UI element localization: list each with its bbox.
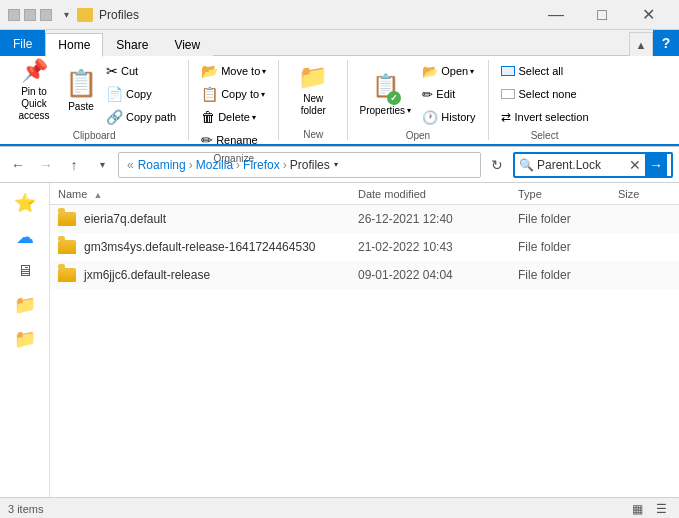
file-icon-2 bbox=[58, 267, 78, 283]
file-name-0: eieria7q.default bbox=[84, 212, 358, 226]
history-button[interactable]: 🕐 History bbox=[418, 106, 479, 128]
paste-button[interactable]: 📋 Paste bbox=[62, 60, 100, 120]
select-all-button[interactable]: Select all bbox=[497, 60, 593, 82]
folder-img-0 bbox=[58, 212, 76, 226]
select-none-button[interactable]: Select none bbox=[497, 83, 593, 105]
file-date-0: 26-12-2021 12:40 bbox=[358, 212, 518, 226]
status-bar-right: ▦ ☰ bbox=[627, 500, 671, 518]
new-group: 📁 Newfolder New bbox=[279, 60, 348, 140]
refresh-button[interactable]: ↻ bbox=[485, 153, 509, 177]
copy-to-button[interactable]: 📋 Copy to ▾ bbox=[197, 83, 270, 105]
new-group-items: 📁 Newfolder bbox=[287, 60, 339, 127]
new-folder-label: Newfolder bbox=[301, 93, 326, 117]
properties-label: Properties ▾ bbox=[360, 105, 412, 116]
up-button[interactable]: ↑ bbox=[62, 153, 86, 177]
file-type-0: File folder bbox=[518, 212, 618, 226]
tab-home[interactable]: Home bbox=[45, 33, 103, 57]
select-buttons: Select all Select none ⇄ Invert selectio… bbox=[497, 60, 593, 128]
sep1: › bbox=[189, 158, 193, 172]
tab-file[interactable]: File bbox=[0, 30, 45, 56]
select-label: Select bbox=[531, 128, 559, 141]
open-label: Open bbox=[441, 65, 468, 77]
organize-buttons: 📂 Move to ▾ 📋 Copy to ▾ 🗑 Delete ▾ bbox=[197, 60, 270, 151]
col-name[interactable]: Name ▲ bbox=[58, 188, 358, 200]
move-to-button[interactable]: 📂 Move to ▾ bbox=[197, 60, 270, 82]
cut-button[interactable]: ✂ Cut bbox=[102, 60, 180, 82]
ribbon-tab-bar: File Home Share View ▲ ? bbox=[0, 30, 679, 56]
breadcrumb-profiles[interactable]: Profiles bbox=[290, 158, 330, 172]
rename-label: Rename bbox=[216, 134, 258, 146]
search-bar: 🔍 ✕ → bbox=[513, 152, 673, 178]
properties-check: ✓ bbox=[387, 91, 401, 105]
table-row[interactable]: gm3ms4ys.default-release-1641724464530 2… bbox=[50, 233, 679, 261]
sidebar-item-quick-access[interactable]: ⭐ bbox=[9, 187, 41, 219]
nav-bar: ← → ↑ ▾ « Roaming › Mozilla › Firefox › … bbox=[0, 147, 679, 183]
delete-label: Delete bbox=[218, 111, 250, 123]
tab-share[interactable]: Share bbox=[103, 32, 161, 56]
title-text: Profiles bbox=[99, 8, 533, 22]
help-button[interactable]: ? bbox=[653, 30, 679, 56]
col-size[interactable]: Size bbox=[618, 188, 671, 200]
edit-button[interactable]: ✏ Edit bbox=[418, 83, 479, 105]
file-area: ⭐ ☁ 🖥 📁 📁 Name ▲ Date modified Type bbox=[0, 183, 679, 497]
close-button[interactable]: ✕ bbox=[625, 0, 671, 30]
new-folder-icon: 📁 bbox=[298, 63, 328, 91]
table-row[interactable]: eieria7q.default 26-12-2021 12:40 File f… bbox=[50, 205, 679, 233]
breadcrumb-arrow[interactable]: ▾ bbox=[334, 160, 338, 169]
breadcrumb-roaming[interactable]: Roaming bbox=[138, 158, 186, 172]
breadcrumb[interactable]: « Roaming › Mozilla › Firefox › Profiles… bbox=[118, 152, 481, 178]
open-button[interactable]: 📂 Open ▾ bbox=[418, 60, 479, 82]
organize-label: Organize bbox=[213, 151, 254, 164]
sidebar-item-onedrive[interactable]: ☁ bbox=[9, 221, 41, 253]
view-list-button[interactable]: ☰ bbox=[651, 500, 671, 518]
table-row[interactable]: jxm6jjc6.default-release 09-01-2022 04:0… bbox=[50, 261, 679, 289]
copy-path-button[interactable]: 🔗 Copy path bbox=[102, 106, 180, 128]
sort-arrow: ▲ bbox=[93, 190, 102, 200]
new-folder-button[interactable]: 📁 Newfolder bbox=[287, 60, 339, 120]
sidebar-item-folder-teal[interactable]: 📁 bbox=[9, 323, 41, 355]
minimize-button[interactable]: — bbox=[533, 0, 579, 30]
copyto-icon: 📋 bbox=[201, 86, 218, 102]
folder-blue-icon: 📁 bbox=[14, 294, 36, 316]
title-icon-3 bbox=[40, 9, 52, 21]
copy-label: Copy bbox=[126, 88, 152, 100]
sidebar-item-folder-blue[interactable]: 📁 bbox=[9, 289, 41, 321]
delete-button[interactable]: 🗑 Delete ▾ bbox=[197, 106, 270, 128]
edit-icon: ✏ bbox=[422, 87, 433, 102]
recent-button[interactable]: ▾ bbox=[90, 153, 114, 177]
paste-icon: 📋 bbox=[65, 68, 97, 99]
view-icons-button[interactable]: ▦ bbox=[627, 500, 647, 518]
breadcrumb-chevrons: « bbox=[127, 158, 134, 172]
copy-button[interactable]: 📄 Copy bbox=[102, 83, 180, 105]
file-name-1: gm3ms4ys.default-release-1641724464530 bbox=[84, 240, 358, 254]
forward-button[interactable]: → bbox=[34, 153, 58, 177]
clipboard-label: Clipboard bbox=[73, 128, 116, 141]
back-button[interactable]: ← bbox=[6, 153, 30, 177]
file-date-1: 21-02-2022 10:43 bbox=[358, 240, 518, 254]
col-type[interactable]: Type bbox=[518, 188, 618, 200]
title-icon-1 bbox=[8, 9, 20, 21]
search-input[interactable] bbox=[537, 158, 627, 172]
invert-selection-button[interactable]: ⇄ Invert selection bbox=[497, 106, 593, 128]
properties-button[interactable]: 📋 ✓ Properties ▾ bbox=[356, 64, 414, 124]
col-date[interactable]: Date modified bbox=[358, 188, 518, 200]
tab-view[interactable]: View bbox=[161, 32, 213, 56]
copyto-arrow: ▾ bbox=[261, 90, 265, 99]
title-down-arrow[interactable]: ▾ bbox=[64, 9, 69, 20]
search-go-button[interactable]: → bbox=[645, 154, 667, 176]
maximize-button[interactable]: □ bbox=[579, 0, 625, 30]
paste-label: Paste bbox=[68, 101, 94, 112]
ribbon-collapse-button[interactable]: ▲ bbox=[629, 32, 653, 56]
sidebar-item-this-pc[interactable]: 🖥 bbox=[9, 255, 41, 287]
status-bar: 3 items ▦ ☰ bbox=[0, 497, 679, 518]
rename-button[interactable]: ✏ Rename bbox=[197, 129, 270, 151]
folder-img-2 bbox=[58, 268, 76, 282]
select-none-label: Select none bbox=[519, 88, 577, 100]
open-icon: 📂 bbox=[422, 64, 438, 79]
pin-label: Pin to Quickaccess bbox=[10, 86, 58, 122]
monitor-icon: 🖥 bbox=[17, 262, 33, 280]
pin-to-quick-button[interactable]: 📌 Pin to Quickaccess bbox=[8, 60, 60, 120]
search-clear-button[interactable]: ✕ bbox=[627, 157, 643, 173]
select-group: Select all Select none ⇄ Invert selectio… bbox=[489, 60, 601, 140]
open-label: Open bbox=[406, 128, 430, 141]
